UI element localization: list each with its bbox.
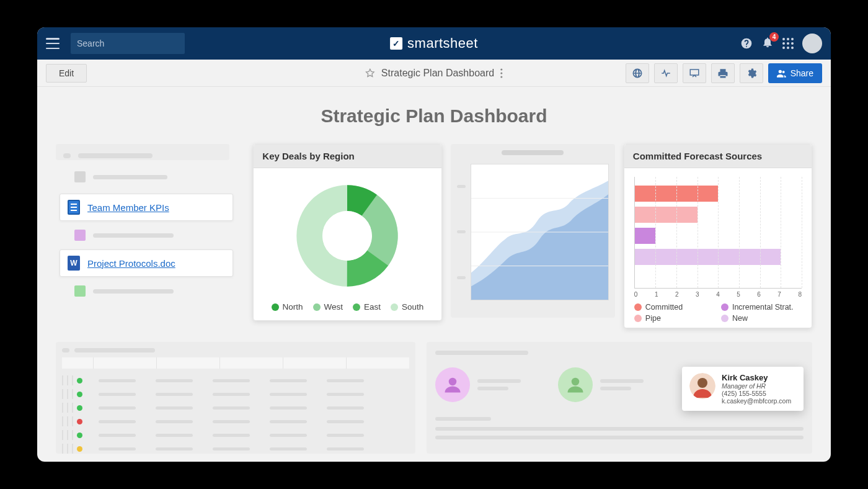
list-item-kpis[interactable]: Team Member KPIs [60, 194, 233, 221]
help-icon[interactable] [740, 37, 753, 50]
search-wrap [71, 33, 185, 54]
gear-icon [746, 68, 757, 79]
table-row [62, 442, 409, 455]
activity-icon [660, 68, 671, 79]
donut-chart [288, 177, 406, 295]
bar-x-axis: 012345678 [634, 291, 802, 298]
contact-card[interactable]: Kirk Caskey Manager of HR (425) 155-5555… [682, 367, 804, 411]
app-frame: ✓ smartsheet 4 Edit Strategic Plan Dashb… [37, 27, 831, 462]
placeholder-header [56, 144, 229, 160]
avatar[interactable] [802, 34, 822, 53]
print-button[interactable] [711, 63, 735, 83]
svg-point-12 [572, 378, 580, 386]
doc-title-wrap: Strategic Plan Dashboard [365, 68, 503, 79]
placeholder-item [56, 171, 238, 182]
doc-title: Strategic Plan Dashboard [381, 68, 494, 79]
list-item-label: Project Protocols.doc [87, 258, 175, 269]
list-item-protocols[interactable]: W Project Protocols.doc [60, 249, 233, 277]
globe-icon [632, 68, 643, 79]
table-row [62, 401, 409, 415]
dashboard-canvas: Strategic Plan Dashboard [37, 87, 831, 462]
mini-table [62, 374, 409, 455]
publish-button[interactable] [626, 63, 649, 83]
widget-title: Committed Forecast Sources [624, 145, 812, 168]
toolbar: Edit Strategic Plan Dashboard Share [37, 60, 831, 87]
placeholder-item [56, 285, 238, 297]
donut-widget: Key Deals by Region North [253, 144, 441, 321]
people-icon [777, 69, 787, 78]
contact-phone: (425) 155-5555 [722, 390, 791, 397]
bar-legend: Committed Incremental Strat. Pipe New [632, 303, 804, 323]
person-avatar-placeholder [435, 367, 470, 402]
search-input[interactable] [77, 38, 185, 48]
left-panel: Team Member KPIs W Project Protocols.doc [56, 144, 238, 297]
bar-chart [634, 177, 802, 289]
bar-pipe [635, 207, 698, 223]
bar-incremental [635, 228, 656, 244]
placeholder-item [56, 230, 238, 241]
contact-avatar [689, 373, 715, 399]
printer-icon [717, 68, 728, 79]
notifications-button[interactable]: 4 [761, 36, 774, 51]
presentation-icon [689, 68, 700, 79]
svg-point-2 [501, 76, 503, 78]
person-avatar-placeholder [558, 367, 593, 402]
brand: ✓ smartsheet [390, 35, 478, 52]
people-widget-placeholder: Kirk Caskey Manager of HR (425) 155-5555… [427, 342, 812, 454]
contact-name: Kirk Caskey [722, 373, 791, 382]
edit-button[interactable]: Edit [46, 64, 87, 83]
menu-icon[interactable] [46, 38, 60, 49]
bar-new [635, 249, 781, 265]
settings-button[interactable] [740, 63, 763, 83]
star-icon[interactable] [365, 68, 375, 78]
contact-email: k.caskey@mbfcorp.com [722, 397, 791, 405]
svg-point-0 [501, 68, 503, 70]
area-chart [471, 164, 609, 300]
page-title: Strategic Plan Dashboard [56, 105, 812, 127]
brand-mark-icon: ✓ [390, 37, 402, 50]
top-nav: ✓ smartsheet 4 [37, 27, 831, 60]
list-item-label: Team Member KPIs [87, 202, 169, 213]
word-doc-icon: W [68, 256, 80, 271]
svg-point-14 [698, 378, 707, 388]
grid-widget-placeholder [56, 342, 415, 454]
more-vertical-icon[interactable] [500, 68, 503, 78]
brand-text: smartsheet [407, 35, 478, 52]
svg-point-11 [449, 378, 457, 386]
bar-widget: Committed Forecast Sources 012345678 [624, 144, 812, 328]
svg-point-7 [323, 211, 373, 261]
table-row [62, 387, 409, 401]
activity-button[interactable] [654, 63, 678, 83]
notifications-badge: 4 [769, 32, 779, 42]
sheet-icon [68, 200, 80, 215]
donut-legend: North West East South [272, 302, 424, 312]
present-button[interactable] [683, 63, 706, 83]
contact-title: Manager of HR [722, 382, 791, 390]
apps-icon[interactable] [782, 38, 794, 49]
svg-point-1 [501, 72, 503, 74]
widget-title: Key Deals by Region [254, 145, 441, 168]
share-button[interactable]: Share [768, 63, 822, 83]
table-row [62, 415, 409, 428]
table-row [62, 374, 409, 387]
table-row [62, 428, 409, 442]
area-widget-placeholder [451, 144, 615, 318]
